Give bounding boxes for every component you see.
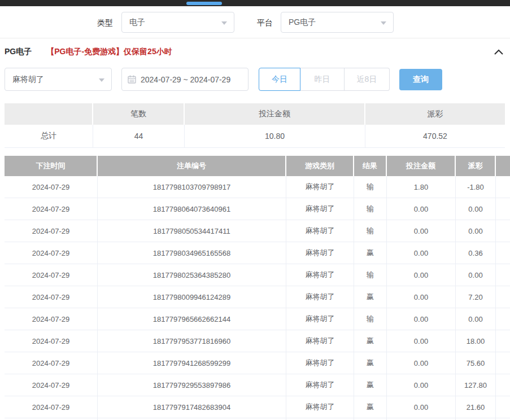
- cell-bet-time: 2024-07-29: [5, 242, 98, 264]
- today-button[interactable]: 今日: [259, 68, 300, 91]
- cell-bet-id: 1817798103709798917: [98, 176, 286, 198]
- cell-game-type: 麻将胡了: [286, 264, 354, 286]
- cell-payout: 127.80: [456, 374, 496, 396]
- cell-payout: 0.36: [456, 242, 496, 264]
- date-range-input[interactable]: 2024-07-29 ~ 2024-07-29: [121, 68, 249, 91]
- cell-result: 赢: [354, 330, 387, 352]
- calendar-icon: [128, 75, 136, 84]
- cell-bet-time: 2024-07-29: [5, 374, 98, 396]
- cell-payout: 21.60: [456, 396, 496, 418]
- cell-payout: 75.60: [456, 352, 496, 374]
- bet-table: 下注时间 注单编号 游戏类别 结果 投注金额 派彩 2024-07-291817…: [5, 156, 510, 420]
- cell-bet-amount: 0.00: [387, 198, 456, 220]
- cell-result: 输: [354, 176, 387, 198]
- cell-bet-amount: 0.00: [387, 352, 456, 374]
- summary-header-blank: [5, 103, 93, 125]
- cell-bet-id: 1817797941268599299: [98, 352, 286, 374]
- game-select[interactable]: 麻将胡了: [5, 68, 112, 91]
- cell-bet-id: 1817798050534417411: [98, 220, 286, 242]
- cell-filler: [496, 396, 510, 418]
- search-button[interactable]: 查询: [399, 69, 442, 90]
- cell-payout: 0.00: [456, 308, 496, 330]
- cell-payout: 0.00: [456, 198, 496, 220]
- table-row: 2024-07-291817797929553897986麻将胡了赢0.0012…: [5, 374, 510, 396]
- header-result: 结果: [354, 156, 387, 176]
- cell-bet-amount: 0.00: [387, 286, 456, 308]
- table-row: 2024-07-291817798064073640961麻将胡了输0.000.…: [5, 198, 510, 220]
- cell-bet-time: 2024-07-29: [5, 330, 98, 352]
- cell-game-type: 麻将胡了: [286, 220, 354, 242]
- scrollbar-thumb[interactable]: [186, 2, 222, 5]
- cell-result: 赢: [354, 374, 387, 396]
- top-scrollbar-track: [0, 0, 510, 6]
- cell-game-type: 麻将胡了: [286, 176, 354, 198]
- cell-result: 输: [354, 220, 387, 242]
- last-8-days-button[interactable]: 近8日: [345, 68, 390, 91]
- cell-filler: [496, 308, 510, 330]
- game-select-value: 麻将胡了: [12, 75, 44, 85]
- summary-total-count: 44: [93, 125, 185, 147]
- type-select[interactable]: 电子: [121, 12, 234, 33]
- summary-total-bet-amount: 10.80: [185, 125, 365, 147]
- cell-bet-id: 1817798064073640961: [98, 198, 286, 220]
- cell-filler: [496, 220, 510, 242]
- cell-filler: [496, 374, 510, 396]
- section-notice: 【PG电子-免费游戏】仅保留25小时: [46, 47, 172, 57]
- cell-bet-id: 1817797929553897986: [98, 374, 286, 396]
- platform-select[interactable]: PG电子: [281, 12, 394, 33]
- cell-result: 赢: [354, 352, 387, 374]
- summary-table: 笔数 投注金额 派彩 总计 44 10.80 470.52: [5, 103, 505, 148]
- cell-bet-time: 2024-07-29: [5, 220, 98, 242]
- table-row: 2024-07-291817798009946124289麻将胡了赢0.007.…: [5, 286, 510, 308]
- cell-game-type: 麻将胡了: [286, 396, 354, 418]
- cell-game-type: 麻将胡了: [286, 374, 354, 396]
- summary-header-count: 笔数: [93, 103, 185, 125]
- cell-bet-id: 1817797965662662144: [98, 308, 286, 330]
- cell-bet-amount: 0.00: [387, 242, 456, 264]
- chevron-down-icon: [99, 78, 104, 82]
- yesterday-button[interactable]: 昨日: [300, 68, 345, 91]
- type-select-value: 电子: [129, 18, 145, 28]
- table-row: 2024-07-291817798025364385280麻将胡了输0.000.…: [5, 264, 510, 286]
- summary-total-payout: 470.52: [365, 125, 505, 147]
- cell-game-type: 麻将胡了: [286, 352, 354, 374]
- summary-header-bet-amount: 投注金额: [185, 103, 365, 125]
- table-row: 2024-07-291817797917482683904麻将胡了赢0.0021…: [5, 396, 510, 418]
- cell-payout: -1.80: [456, 176, 496, 198]
- cell-game-type: 麻将胡了: [286, 286, 354, 308]
- section-title: PG电子: [5, 47, 32, 57]
- summary-total-row: 总计 44 10.80 470.52: [5, 125, 505, 148]
- cell-bet-time: 2024-07-29: [5, 264, 98, 286]
- cell-bet-amount: 1.80: [387, 176, 456, 198]
- cell-filler: [496, 264, 510, 286]
- table-row: 2024-07-291817798103709798917麻将胡了输1.80-1…: [5, 176, 510, 198]
- cell-bet-amount: 0.00: [387, 308, 456, 330]
- cell-bet-amount: 0.00: [387, 220, 456, 242]
- cell-payout: 0.00: [456, 264, 496, 286]
- cell-bet-amount: 0.00: [387, 264, 456, 286]
- cell-payout: 7.20: [456, 286, 496, 308]
- table-row: 2024-07-291817797941268599299麻将胡了赢0.0075…: [5, 352, 510, 374]
- section-header: PG电子 【PG电子-免费游戏】仅保留25小时: [5, 45, 505, 59]
- collapse-button[interactable]: [493, 46, 504, 58]
- platform-label: 平台: [257, 17, 273, 28]
- query-bar: 麻将胡了 2024-07-29 ~ 2024-07-29 今日 昨日 近8日 查…: [5, 68, 505, 91]
- cell-bet-id: 1817798034965165568: [98, 242, 286, 264]
- cell-result: 输: [354, 308, 387, 330]
- cell-payout: 0.00: [456, 220, 496, 242]
- header-bet-time: 下注时间: [5, 156, 98, 176]
- cell-payout: 18.00: [456, 330, 496, 352]
- page: 类型 电子 平台 PG电子 PG电子 【PG电子-免费游戏】仅保留25小时 麻将…: [0, 0, 510, 420]
- cell-filler: [496, 352, 510, 374]
- cell-filler: [496, 330, 510, 352]
- cell-filler: [496, 242, 510, 264]
- header-payout: 派彩: [456, 156, 496, 176]
- cell-filler: [496, 198, 510, 220]
- chevron-down-icon: [221, 21, 227, 25]
- cell-bet-time: 2024-07-29: [5, 176, 98, 198]
- cell-filler: [496, 176, 510, 198]
- cell-bet-id: 1817798009946124289: [98, 286, 286, 308]
- header-bet-id: 注单编号: [98, 156, 286, 176]
- table-row: 2024-07-291817797965662662144麻将胡了输0.000.…: [5, 308, 510, 330]
- cell-bet-id: 1817797953771816960: [98, 330, 286, 352]
